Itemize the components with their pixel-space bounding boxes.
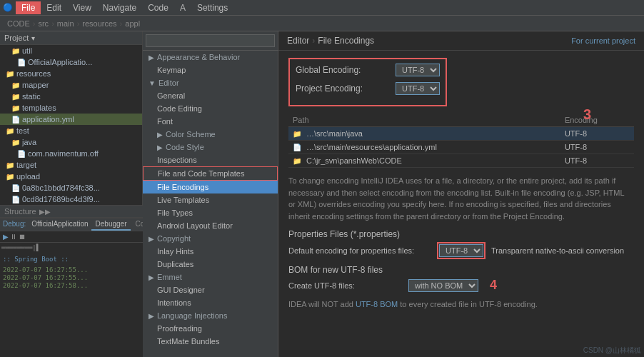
tree-item-java[interactable]: 📁 java <box>0 136 142 148</box>
item-emmet[interactable]: ▶ Emmet <box>143 271 278 283</box>
left-panel: Project ▾ 📁 util 📄 OfficialApplicatio...… <box>0 31 143 357</box>
item-inspections[interactable]: Inspections <box>143 154 278 166</box>
item-general[interactable]: General <box>143 89 278 102</box>
debug-log-1: 2022-07-07 16:27:55... 2022-07-07 16:27:… <box>0 265 143 291</box>
group-appearance[interactable]: ▶ Appearance & Behavior <box>143 51 278 64</box>
props-encoding-select[interactable]: UTF-8 <box>439 244 483 257</box>
item-code-style[interactable]: ▶ Code Style <box>143 141 278 154</box>
project-sidebar: Project ▾ 📁 util 📄 OfficialApplicatio...… <box>0 31 143 205</box>
group-editor[interactable]: ▼ Editor <box>143 76 278 89</box>
tree-item-yml[interactable]: 📄 application.yml <box>0 114 142 125</box>
settings-search-bar[interactable] <box>143 31 278 51</box>
bom-title: BOM for new UTF-8 files <box>288 265 634 275</box>
item-intentions[interactable]: Intentions <box>143 296 278 309</box>
watermark: CSDN @山林橘狐 <box>583 346 641 356</box>
item-code-editing[interactable]: Code Editing <box>143 102 278 115</box>
bom-select[interactable]: with NO BOM <box>408 279 478 292</box>
menu-edit[interactable]: Edit <box>41 1 67 14</box>
global-encoding-select[interactable]: UTF-8 <box>396 64 440 76</box>
debug-ctrl-2[interactable]: ⏸ <box>10 233 17 241</box>
sidebar-title: Project <box>4 34 29 42</box>
path-cell-1: 📁 …\src\main\java <box>288 127 560 141</box>
tree-item-util[interactable]: 📁 util <box>0 45 142 56</box>
tree-item-mapper[interactable]: 📁 mapper <box>0 79 142 91</box>
menu-settings[interactable]: Settings <box>191 1 233 14</box>
folder-icon-row1: 📁 <box>293 130 301 138</box>
tree-item-upload[interactable]: 📁 upload <box>0 171 142 182</box>
tab-debugger[interactable]: Debugger <box>91 218 131 231</box>
item-inlay-hints[interactable]: Inlay Hints <box>143 245 278 258</box>
table-row-3[interactable]: 📁 C:\jr_svn\panshWeb\CODE UTF-8 <box>288 154 634 168</box>
tab-console[interactable]: Console <box>131 218 143 231</box>
yml-icon-row2: 📄 <box>293 144 301 151</box>
tree-item-navimentum[interactable]: 📄 com.navimentum.off <box>0 148 142 159</box>
settings-search-input[interactable] <box>146 34 275 47</box>
tree-item-target[interactable]: 📁 target <box>0 159 142 171</box>
debug-label: Debug: <box>0 218 29 231</box>
item-duplicates[interactable]: Duplicates <box>143 258 278 271</box>
project-encoding-label: Project Encoding: <box>296 84 396 94</box>
tree-item-officialapplication[interactable]: 📄 OfficialApplicatio... <box>0 56 142 68</box>
folder-icon-resources: 📁 <box>6 70 14 78</box>
menu-view[interactable]: View <box>67 1 97 14</box>
folder-icon-test: 📁 <box>6 127 14 135</box>
bom-row: Create UTF-8 files: with NO BOM 4 <box>288 278 634 293</box>
menu-navigate[interactable]: Navigate <box>97 1 142 14</box>
description-text: To change encoding IntelliJ IDEA uses fo… <box>288 175 634 222</box>
tree-item-templates[interactable]: 📁 templates <box>0 102 142 114</box>
number-badge-4: 4 <box>490 278 497 293</box>
debug-panel: Debug: OfficialApplication Debugger Cons… <box>0 218 143 357</box>
enc-cell-2: UTF-8 <box>560 141 634 154</box>
main-layout: Project ▾ 📁 util 📄 OfficialApplicatio...… <box>0 31 644 357</box>
for-current-project: For current project <box>571 36 635 45</box>
debug-bar-visual: ════════|▌ <box>1 244 141 251</box>
bom-section: BOM for new UTF-8 files Create UTF-8 fil… <box>288 265 634 293</box>
global-encoding-row: Global Encoding: UTF-8 <box>296 64 440 76</box>
bom-link[interactable]: UTF-8 BOM <box>356 300 398 308</box>
table-row-1[interactable]: 📁 …\src\main\java UTF-8 <box>288 127 634 141</box>
tree-item-file2[interactable]: 📄 0cd8d17689bc4d3f9... <box>0 193 142 205</box>
folder-icon-templates: 📁 <box>11 104 20 112</box>
menu-code[interactable]: Code <box>142 1 174 14</box>
arrow-lang-inj: ▶ <box>149 312 154 320</box>
enc-cell-3: UTF-8 <box>560 154 634 168</box>
folder-icon-row3: 📁 <box>293 157 301 165</box>
col-encoding: Encoding <box>560 114 634 127</box>
debug-ctrl-1[interactable]: ▶ <box>3 233 9 241</box>
breadcrumb-code: CODE <box>7 19 30 28</box>
settings-menu: ▶ Appearance & Behavior Keymap ▼ Editor … <box>143 31 278 357</box>
project-encoding-select[interactable]: UTF-8 <box>396 82 440 95</box>
folder-icon-upload: 📁 <box>6 173 14 181</box>
number-badge-3: 3 <box>583 106 591 123</box>
arrow-editor: ▼ <box>149 79 156 87</box>
structure-arrow[interactable]: ▶▶ <box>39 208 51 216</box>
item-live-templates[interactable]: Live Templates <box>143 193 278 206</box>
tree-item-file1[interactable]: 📄 0a8bc1bbdd784fc38... <box>0 182 142 193</box>
tree-item-static[interactable]: 📁 static <box>0 91 142 102</box>
tree-item-resources[interactable]: 📁 resources <box>0 68 142 79</box>
file-icon-1: 📄 <box>11 184 20 192</box>
right-panel-header: Editor › File Encodings For current proj… <box>278 31 644 51</box>
item-font[interactable]: Font <box>143 115 278 128</box>
tree-item-test[interactable]: 📁 test <box>0 125 142 136</box>
item-copyright[interactable]: ▶ Copyright <box>143 232 278 245</box>
item-gui-designer[interactable]: GUI Designer <box>143 283 278 296</box>
item-proofreading[interactable]: Proofreading <box>143 322 278 335</box>
menu-file[interactable]: File <box>16 1 41 14</box>
item-android-layout[interactable]: Android Layout Editor <box>143 219 278 232</box>
table-row-2[interactable]: 📄 …\src\main\resources\application.yml U… <box>288 141 634 154</box>
item-file-types[interactable]: File Types <box>143 206 278 219</box>
item-file-encodings[interactable]: File Encodings <box>143 181 278 193</box>
item-keymap[interactable]: Keymap <box>143 64 278 76</box>
menu-a[interactable]: A <box>174 1 191 14</box>
item-color-scheme[interactable]: ▶ Color Scheme <box>143 128 278 141</box>
item-file-code-templates[interactable]: File and Code Templates <box>143 166 278 181</box>
folder-icon-mapper: 📁 <box>11 81 20 89</box>
global-encoding-label: Global Encoding: <box>296 65 396 75</box>
item-language-injections[interactable]: ▶ Language Injections <box>143 309 278 322</box>
sidebar-dropdown-icon[interactable]: ▾ <box>31 34 35 42</box>
table-container: Path Encoding 📁 …\src\main\java UTF-8 <box>288 114 634 168</box>
item-textmate[interactable]: TextMate Bundles <box>143 335 278 348</box>
debug-ctrl-3[interactable]: ⏹ <box>19 233 26 241</box>
properties-row: Default encoding for properties files: U… <box>288 242 634 259</box>
